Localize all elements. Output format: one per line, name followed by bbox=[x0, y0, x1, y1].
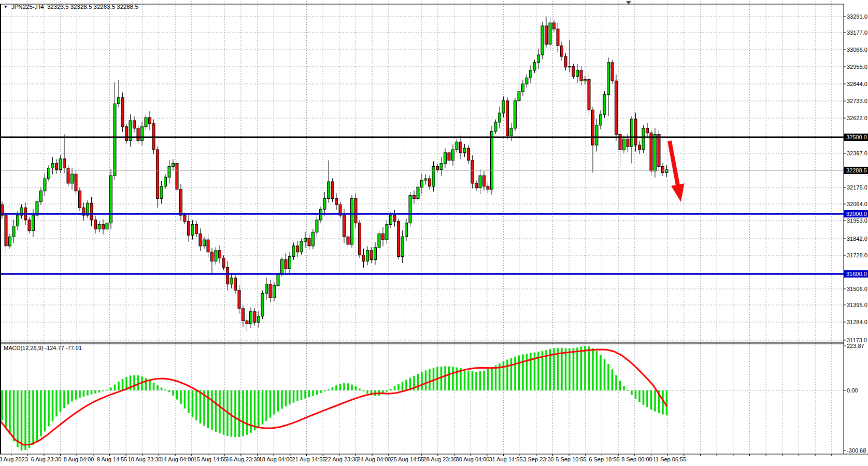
candle-bull bbox=[292, 246, 295, 257]
candle-bull bbox=[141, 127, 144, 141]
macd-histogram-bar bbox=[5, 390, 7, 427]
down-arrow-annotation[interactable] bbox=[670, 141, 678, 187]
macd-histogram-bar bbox=[339, 384, 341, 390]
price-tag-32500.0: 32500.0 bbox=[844, 134, 868, 141]
time-axis-label: 10 Aug 23:30 bbox=[128, 456, 162, 462]
macd-histogram-bar bbox=[296, 390, 298, 401]
chart-dropdown-icon[interactable]: ▼ bbox=[4, 5, 8, 9]
candle-bull bbox=[378, 234, 380, 247]
candle-bull bbox=[12, 226, 15, 237]
candle-bull bbox=[533, 63, 536, 70]
time-axis-label: 22 Aug 23:30 bbox=[325, 456, 359, 462]
macd-histogram-bar bbox=[607, 364, 609, 390]
candle-bull bbox=[323, 198, 326, 209]
macd-histogram-bar bbox=[444, 366, 446, 390]
macd-histogram-bar bbox=[36, 390, 38, 441]
candle-bear bbox=[188, 222, 190, 236]
macd-histogram-bar bbox=[417, 374, 419, 390]
macd-axis-label: 0.00 bbox=[847, 387, 858, 394]
time-axis-label: 14 Aug 04:00 bbox=[161, 456, 194, 462]
candle-bear bbox=[471, 161, 474, 183]
macd-histogram-bar bbox=[98, 390, 101, 392]
candle-bear bbox=[545, 26, 548, 44]
macd-histogram-bar bbox=[638, 390, 641, 402]
candle-bull bbox=[522, 84, 524, 92]
candle-bear bbox=[5, 215, 7, 246]
macd-histogram-bar bbox=[351, 385, 353, 390]
macd-histogram-bar bbox=[262, 390, 264, 425]
macd-histogram-bar bbox=[619, 381, 621, 390]
macd-histogram-bar bbox=[168, 390, 170, 392]
macd-histogram-bar bbox=[1, 390, 3, 420]
symbol-title-row: ▼JPN225-,H4 32323.5 32328.5 32263.5 3228… bbox=[4, 4, 138, 10]
candle-bear bbox=[335, 198, 338, 205]
macd-histogram-bar bbox=[347, 383, 349, 390]
price-axis-label: 31284.0 bbox=[847, 319, 867, 325]
candle-bull bbox=[603, 95, 606, 114]
candle-bear bbox=[253, 312, 256, 323]
macd-histogram-bar bbox=[522, 355, 524, 390]
candle-bear bbox=[226, 267, 229, 284]
candle-bull bbox=[541, 26, 544, 55]
macd-histogram-bar bbox=[588, 346, 590, 390]
down-arrow-head[interactable] bbox=[671, 183, 685, 202]
candle-bear bbox=[347, 237, 349, 244]
ohlc-values-label: 32323.5 32328.5 32263.5 32288.5 bbox=[47, 4, 138, 10]
candle-bull bbox=[631, 119, 633, 147]
candle-bull bbox=[316, 220, 318, 232]
candle-bear bbox=[183, 215, 186, 222]
candle-bear bbox=[370, 251, 373, 260]
candle-bull bbox=[230, 278, 233, 284]
candle-bear bbox=[55, 164, 58, 170]
chart-canvas bbox=[0, 0, 868, 466]
candle-bear bbox=[460, 142, 462, 153]
price-axis-label: 33291.0 bbox=[847, 13, 867, 20]
candle-bull bbox=[518, 92, 520, 101]
price-axis-label: 31506.0 bbox=[847, 286, 867, 292]
macd-histogram-bar bbox=[654, 390, 656, 412]
macd-histogram-bar bbox=[60, 390, 62, 412]
macd-histogram-bar bbox=[102, 390, 104, 391]
candle-bull bbox=[304, 238, 307, 241]
candle-bear bbox=[207, 240, 209, 252]
candle-bull bbox=[258, 316, 260, 323]
price-axis-label: 31395.0 bbox=[847, 302, 867, 308]
macd-histogram-bar bbox=[316, 390, 318, 395]
macd-histogram-bar bbox=[596, 351, 598, 390]
candle-bear bbox=[246, 321, 248, 324]
price-axis-label: 32622.0 bbox=[847, 115, 867, 121]
candle-bull bbox=[642, 128, 645, 150]
macd-histogram-bar bbox=[231, 390, 233, 437]
candle-bull bbox=[600, 114, 602, 125]
macd-histogram-bar bbox=[456, 368, 458, 390]
candle-bull bbox=[510, 128, 513, 136]
macd-histogram-bar bbox=[106, 390, 108, 390]
candle-bull bbox=[405, 223, 408, 237]
candle-bear bbox=[94, 220, 97, 229]
macd-histogram-bar bbox=[21, 390, 23, 450]
candle-bear bbox=[592, 110, 594, 145]
candle-bull bbox=[424, 179, 427, 180]
macd-histogram-bar bbox=[623, 386, 625, 390]
macd-histogram-bar bbox=[161, 387, 163, 390]
candle-bull bbox=[417, 187, 419, 198]
candle-bull bbox=[250, 312, 252, 324]
price-tag-32000.0: 32000.0 bbox=[844, 210, 868, 217]
price-axis-label: 31728.0 bbox=[847, 252, 867, 258]
candle-bull bbox=[595, 125, 598, 145]
candle-bear bbox=[195, 225, 198, 234]
candle-bull bbox=[456, 142, 458, 150]
price-axis-label: 33066.0 bbox=[847, 47, 867, 53]
candle-bear bbox=[219, 251, 221, 258]
candle-bull bbox=[401, 237, 404, 256]
candle-bull bbox=[48, 168, 50, 179]
macd-histogram-bar bbox=[55, 390, 58, 416]
candle-bear bbox=[658, 135, 660, 167]
candle-bear bbox=[75, 174, 77, 191]
price-axis-label: 31842.0 bbox=[847, 236, 867, 242]
candle-bear bbox=[242, 309, 245, 321]
time-axis-label: 11 Sep 06:55 bbox=[653, 456, 687, 462]
macd-histogram-bar bbox=[421, 372, 423, 390]
candle-bear bbox=[627, 139, 629, 147]
price-axis-label: 32844.0 bbox=[847, 81, 867, 87]
